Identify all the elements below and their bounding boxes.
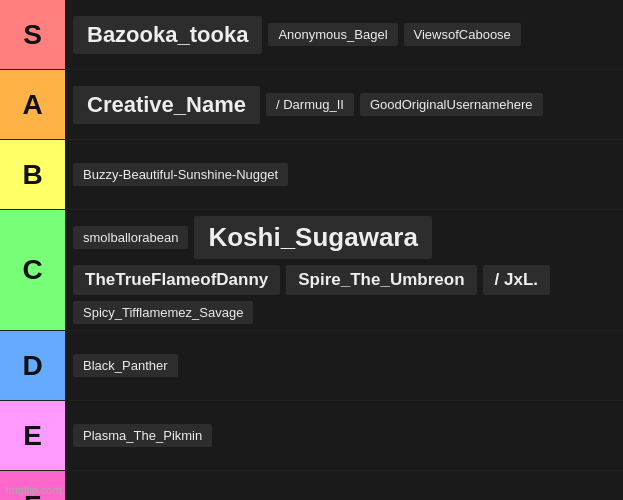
tier-label-c: C	[0, 210, 65, 330]
tier-row-b: BBuzzy-Beautiful-Sunshine-Nugget	[0, 140, 623, 210]
tier-content-f	[65, 471, 623, 500]
name-tag: GoodOriginalUsernamehere	[360, 93, 543, 116]
tier-row-d: DBlack_Panther	[0, 331, 623, 401]
tier-label-e: E	[0, 401, 65, 470]
tier-content-e: Plasma_The_Pikmin	[65, 401, 623, 470]
name-tag: Anonymous_Bagel	[268, 23, 397, 46]
tier-label-d: D	[0, 331, 65, 400]
tier-content-s: Bazooka_tookaAnonymous_BagelViewsofCaboo…	[65, 0, 623, 69]
tier-row-c: CsmolballorabeanKoshi_SugawaraTheTrueFla…	[0, 210, 623, 331]
name-tag: Spire_The_Umbreon	[286, 265, 476, 295]
name-tag: / JxL.	[483, 265, 550, 295]
tier-content-a: Creative_Name/ Darmug_IIGoodOriginalUser…	[65, 70, 623, 139]
tier-content-c: smolballorabeanKoshi_SugawaraTheTrueFlam…	[65, 210, 623, 330]
name-tag: Spicy_Tifflamemez_Savage	[73, 301, 253, 324]
name-tag: Bazooka_tooka	[73, 16, 262, 54]
tier-row-a: ACreative_Name/ Darmug_IIGoodOriginalUse…	[0, 70, 623, 140]
tier-row-f: F	[0, 471, 623, 500]
name-tag: Koshi_Sugawara	[194, 216, 432, 259]
tier-label-a: A	[0, 70, 65, 139]
tier-row-e: EPlasma_The_Pikmin	[0, 401, 623, 471]
name-tag: Creative_Name	[73, 86, 260, 124]
tier-label-s: S	[0, 0, 65, 69]
tier-label-b: B	[0, 140, 65, 209]
name-tag: Black_Panther	[73, 354, 178, 377]
name-tag: Plasma_The_Pikmin	[73, 424, 212, 447]
tier-list: SBazooka_tookaAnonymous_BagelViewsofCabo…	[0, 0, 623, 500]
tier-content-d: Black_Panther	[65, 331, 623, 400]
name-tag: / Darmug_II	[266, 93, 354, 116]
tier-content-b: Buzzy-Beautiful-Sunshine-Nugget	[65, 140, 623, 209]
name-tag: ViewsofCaboose	[404, 23, 521, 46]
name-tag: smolballorabean	[73, 226, 188, 249]
tier-row-s: SBazooka_tookaAnonymous_BagelViewsofCabo…	[0, 0, 623, 70]
watermark: imgflip.com	[6, 484, 62, 496]
name-tag: Buzzy-Beautiful-Sunshine-Nugget	[73, 163, 288, 186]
name-tag: TheTrueFlameofDanny	[73, 265, 280, 295]
